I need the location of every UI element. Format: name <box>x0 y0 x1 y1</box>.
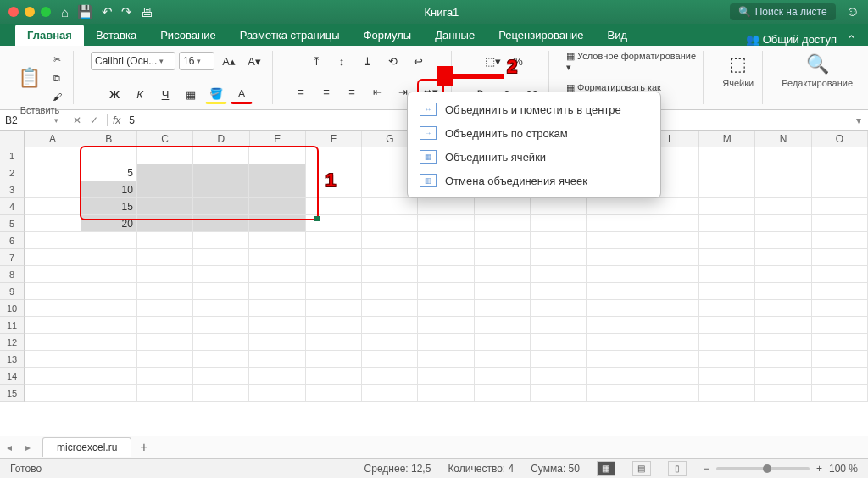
align-top-icon[interactable]: ⤒ <box>305 51 327 71</box>
conditional-formatting-button[interactable]: ▦ Условное форматирование ▾ <box>566 51 696 73</box>
cell[interactable] <box>418 232 474 249</box>
cell[interactable] <box>812 164 868 181</box>
cell[interactable] <box>193 249 249 266</box>
cell[interactable] <box>587 249 643 266</box>
next-sheet-icon[interactable]: ▸ <box>19 442 37 453</box>
row-header[interactable]: 15 <box>0 385 25 402</box>
cell[interactable] <box>699 147 755 164</box>
cell[interactable] <box>755 147 811 164</box>
cell[interactable] <box>475 198 531 215</box>
cell[interactable] <box>531 317 587 334</box>
cell[interactable] <box>699 266 755 283</box>
cell[interactable] <box>643 368 699 385</box>
cell[interactable] <box>249 385 305 402</box>
cell[interactable] <box>137 164 193 181</box>
cell[interactable] <box>755 283 811 300</box>
cell[interactable] <box>587 198 643 215</box>
cell[interactable] <box>699 368 755 385</box>
align-right-icon[interactable]: ≡ <box>341 81 363 102</box>
col-header[interactable]: E <box>250 131 306 147</box>
cell[interactable] <box>812 351 868 368</box>
cell[interactable] <box>699 283 755 300</box>
cell[interactable] <box>587 351 643 368</box>
cell[interactable] <box>643 232 699 249</box>
cell[interactable] <box>699 334 755 351</box>
cell[interactable] <box>249 317 305 334</box>
fx-icon[interactable]: fx <box>108 114 125 126</box>
cell[interactable] <box>193 334 249 351</box>
cell[interactable] <box>418 334 474 351</box>
font-color-button[interactable]: A <box>231 84 253 104</box>
cell[interactable] <box>812 249 868 266</box>
font-size-combo[interactable]: 16 <box>179 52 214 70</box>
cell[interactable] <box>699 351 755 368</box>
cell[interactable] <box>81 232 137 249</box>
cell[interactable] <box>25 198 81 215</box>
col-header[interactable]: O <box>812 131 868 147</box>
cell[interactable] <box>81 266 137 283</box>
cell[interactable] <box>25 300 81 317</box>
cell[interactable] <box>249 283 305 300</box>
row-header[interactable]: 1 <box>0 147 25 164</box>
cell[interactable] <box>475 266 531 283</box>
cell[interactable] <box>362 334 418 351</box>
save-icon[interactable]: 💾 <box>77 4 93 19</box>
cell[interactable] <box>812 147 868 164</box>
cell[interactable] <box>587 334 643 351</box>
cell[interactable] <box>25 215 81 232</box>
cell[interactable] <box>531 334 587 351</box>
zoom-out-button[interactable]: − <box>704 463 709 475</box>
cell[interactable] <box>755 300 811 317</box>
cell[interactable] <box>699 300 755 317</box>
tab-review[interactable]: Рецензирование <box>487 25 595 46</box>
cell[interactable] <box>475 300 531 317</box>
tab-home[interactable]: Главная <box>15 25 84 46</box>
cell[interactable] <box>193 164 249 181</box>
cell[interactable] <box>587 266 643 283</box>
minimize-window-icon[interactable] <box>25 7 35 17</box>
cell[interactable] <box>362 232 418 249</box>
view-normal-icon[interactable]: ▦ <box>597 461 615 476</box>
cell[interactable] <box>755 215 811 232</box>
cell[interactable] <box>755 232 811 249</box>
sheet-tab[interactable]: microexcel.ru <box>42 437 131 457</box>
cell[interactable] <box>25 334 81 351</box>
col-header[interactable]: N <box>755 131 811 147</box>
tab-page-layout[interactable]: Разметка страницы <box>228 25 352 46</box>
cell[interactable] <box>362 266 418 283</box>
cell[interactable] <box>418 283 474 300</box>
cell[interactable] <box>475 283 531 300</box>
cell[interactable] <box>137 351 193 368</box>
increase-font-icon[interactable]: A▴ <box>218 51 240 71</box>
col-header[interactable]: D <box>193 131 249 147</box>
cell[interactable] <box>137 317 193 334</box>
cell[interactable] <box>475 385 531 402</box>
cell[interactable] <box>531 351 587 368</box>
unmerge-item[interactable]: ▥Отмена объединения ячеек <box>408 169 660 192</box>
col-header[interactable]: M <box>699 131 755 147</box>
cell[interactable] <box>812 300 868 317</box>
cell[interactable] <box>643 283 699 300</box>
cell[interactable] <box>25 181 81 198</box>
paste-button[interactable]: 📋 <box>14 64 44 92</box>
cell[interactable] <box>531 283 587 300</box>
row-header[interactable]: 13 <box>0 351 25 368</box>
print-icon[interactable]: 🖶 <box>141 5 153 19</box>
cell[interactable] <box>587 232 643 249</box>
cell[interactable] <box>362 249 418 266</box>
cell[interactable] <box>587 368 643 385</box>
tab-formulas[interactable]: Формулы <box>352 25 424 46</box>
cell[interactable] <box>643 249 699 266</box>
decrease-indent-icon[interactable]: ⇤ <box>366 81 388 102</box>
cell[interactable] <box>812 215 868 232</box>
row-header[interactable]: 9 <box>0 283 25 300</box>
cell[interactable] <box>531 300 587 317</box>
cell[interactable] <box>137 385 193 402</box>
editing-button[interactable]: 🔍 Редактирование <box>780 51 854 90</box>
cell[interactable] <box>81 385 137 402</box>
cell[interactable] <box>249 181 305 198</box>
prev-sheet-icon[interactable]: ◂ <box>0 442 19 453</box>
cell[interactable] <box>755 385 811 402</box>
cell[interactable] <box>137 181 193 198</box>
cell[interactable] <box>418 300 474 317</box>
